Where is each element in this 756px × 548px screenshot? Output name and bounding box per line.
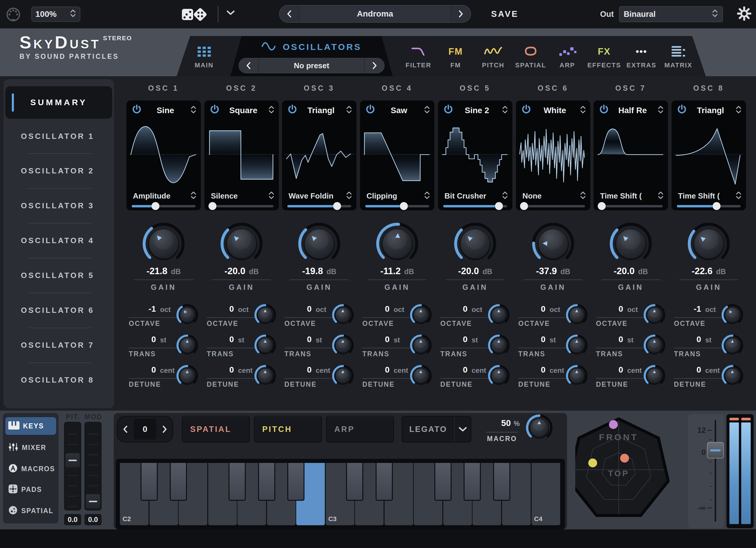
mode-button-arp[interactable]: ARP: [326, 416, 394, 443]
effect-amount-slider[interactable]: [677, 202, 741, 210]
mod-wheel-handle[interactable]: [86, 494, 100, 508]
sidebar-item-summary[interactable]: SUMMARY: [5, 86, 112, 119]
gain-knob[interactable]: [450, 218, 500, 270]
stepper-arrows-icon[interactable]: [346, 105, 352, 115]
preset-name[interactable]: Androma: [299, 6, 451, 22]
power-icon[interactable]: [132, 104, 142, 115]
tab-filter[interactable]: FILTER: [399, 36, 438, 76]
stepper-arrows-icon[interactable]: [502, 105, 508, 115]
legato-select[interactable]: LEGATO: [402, 416, 471, 443]
output-fader-handle[interactable]: [707, 442, 724, 459]
save-button[interactable]: SAVE: [491, 9, 519, 19]
effect-amount-slider[interactable]: [599, 202, 663, 210]
octave-knob[interactable]: [408, 303, 433, 329]
detune-knob[interactable]: [642, 363, 667, 389]
zoom-level-select[interactable]: 100%: [31, 6, 80, 22]
octave-knob[interactable]: [642, 303, 667, 329]
effect-select[interactable]: Time Shift (: [678, 191, 732, 200]
stepper-arrows-icon[interactable]: [657, 191, 664, 201]
stepper-arrows-icon[interactable]: [502, 191, 508, 201]
nav-item-macros[interactable]: MACROS: [5, 460, 56, 478]
sidebar-item-oscillator-1[interactable]: OSCILLATOR 1: [9, 127, 106, 146]
gain-knob[interactable]: [216, 218, 267, 270]
power-icon[interactable]: [599, 104, 609, 115]
detune-knob[interactable]: [175, 363, 200, 389]
detune-knob[interactable]: [330, 363, 355, 389]
effect-amount-slider[interactable]: [132, 202, 195, 210]
transpose-knob[interactable]: [564, 333, 589, 359]
effect-amount-slider[interactable]: [210, 202, 273, 210]
black-key[interactable]: [434, 463, 452, 501]
settings-gear-icon[interactable]: [737, 6, 751, 22]
sidebar-item-oscillator-2[interactable]: OSCILLATOR 2: [9, 161, 106, 180]
sidebar-item-oscillator-3[interactable]: OSCILLATOR 3: [9, 196, 106, 215]
nav-item-keys[interactable]: KEYS: [5, 417, 56, 435]
chevron-down-icon[interactable]: [226, 9, 236, 17]
effect-select[interactable]: Time Shift (: [600, 191, 654, 200]
oscillator-preset-name[interactable]: No preset: [258, 58, 365, 73]
tab-extras[interactable]: ••• EXTRAS: [622, 36, 661, 76]
tab-matrix[interactable]: MATRIX: [659, 36, 698, 76]
black-key[interactable]: [170, 463, 187, 501]
sidebar-item-oscillator-4[interactable]: OSCILLATOR 4: [9, 231, 106, 250]
slider-thumb[interactable]: [520, 202, 528, 210]
waveform-select[interactable]: Triangl: [299, 106, 343, 115]
mode-button-pitch[interactable]: PITCH: [254, 416, 322, 443]
effect-select[interactable]: Amplitude: [133, 191, 187, 200]
power-icon[interactable]: [365, 104, 375, 115]
effect-amount-slider[interactable]: [521, 202, 585, 210]
octave-knob[interactable]: [175, 303, 200, 329]
mode-button-spatial[interactable]: SPATIAL: [182, 416, 250, 443]
output-fader-track[interactable]: [715, 420, 716, 522]
tab-oscillators-active[interactable]: OSCILLATORS No preset: [230, 36, 393, 76]
tab-main[interactable]: MAIN: [182, 36, 226, 76]
stepper-arrows-icon[interactable]: [190, 105, 197, 115]
transpose-knob[interactable]: [720, 333, 745, 359]
octave-knob[interactable]: [720, 303, 745, 329]
spatial-display[interactable]: FRONT TOP: [575, 413, 687, 530]
pitch-wheel[interactable]: [64, 422, 81, 511]
octave-down-button[interactable]: [117, 417, 134, 442]
black-key[interactable]: [346, 463, 363, 501]
octave-knob[interactable]: [486, 303, 511, 329]
sidebar-item-oscillator-7[interactable]: OSCILLATOR 7: [9, 336, 106, 355]
nav-item-pads[interactable]: PADS: [5, 481, 56, 498]
nav-item-mixer[interactable]: MIXER: [5, 439, 56, 456]
previous-preset-button[interactable]: [280, 6, 299, 22]
tab-pitch[interactable]: PITCH: [474, 36, 512, 76]
waveform-select[interactable]: Sine: [143, 106, 188, 115]
tab-arp[interactable]: ARP: [548, 36, 586, 76]
stepper-arrows-icon[interactable]: [735, 191, 742, 201]
stepper-arrows-icon[interactable]: [580, 105, 586, 115]
detune-knob[interactable]: [253, 363, 278, 389]
stepper-arrows-icon[interactable]: [268, 191, 275, 201]
black-key[interactable]: [258, 463, 275, 501]
transpose-knob[interactable]: [486, 333, 511, 359]
slider-thumb[interactable]: [400, 202, 408, 210]
randomize-dice-icon[interactable]: [180, 5, 209, 25]
slider-thumb[interactable]: [598, 202, 606, 210]
detune-knob[interactable]: [720, 363, 745, 389]
waveform-select[interactable]: Triangl: [688, 106, 733, 115]
sidebar-item-oscillator-5[interactable]: OSCILLATOR 5: [9, 266, 106, 285]
gain-knob[interactable]: [372, 218, 422, 270]
white-key[interactable]: C4: [532, 463, 560, 525]
effect-amount-slider[interactable]: [287, 202, 351, 210]
waveform-select[interactable]: Half Re: [610, 106, 655, 115]
effect-select[interactable]: Wave Foldin: [289, 191, 342, 200]
mod-wheel[interactable]: [84, 422, 102, 511]
tab-fm[interactable]: FM FM: [436, 36, 475, 76]
output-mode-select[interactable]: Binaural: [619, 6, 723, 22]
power-icon[interactable]: [677, 104, 687, 115]
slider-thumb[interactable]: [333, 202, 341, 210]
waveform-select[interactable]: White: [532, 106, 577, 115]
stepper-arrows-icon[interactable]: [424, 191, 430, 201]
effect-select[interactable]: Clipping: [366, 191, 420, 200]
effect-select[interactable]: Bit Crusher: [444, 191, 498, 200]
sidebar-item-oscillator-6[interactable]: OSCILLATOR 6: [9, 301, 106, 320]
slider-thumb[interactable]: [151, 202, 159, 210]
pitch-wheel-handle[interactable]: [66, 453, 80, 467]
stepper-arrows-icon[interactable]: [657, 105, 664, 115]
black-key[interactable]: [287, 463, 304, 501]
stepper-arrows-icon[interactable]: [268, 105, 275, 115]
